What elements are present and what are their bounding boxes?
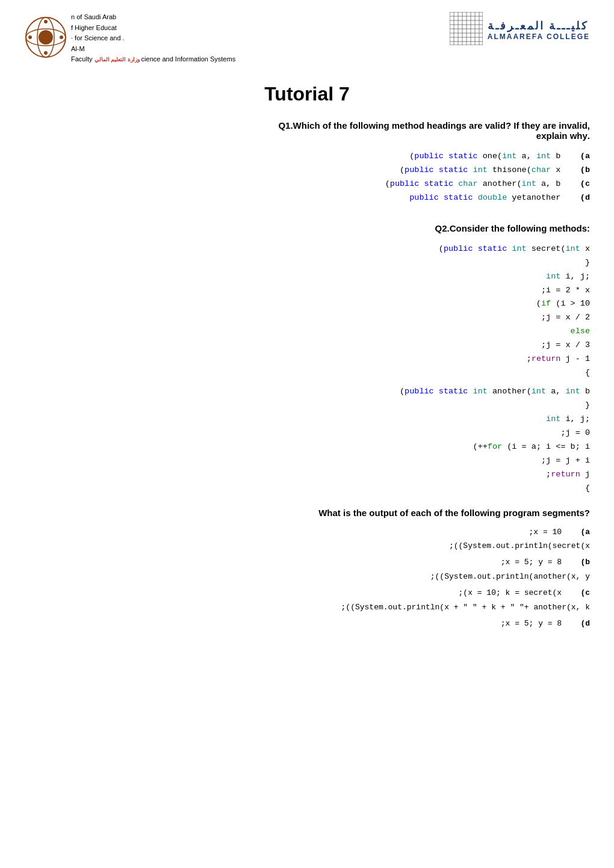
- output-item-c: ;(x = 10; k = secret(x (c ;((System.out.…: [24, 586, 590, 614]
- another-signature: (public static int another(int a, int b: [24, 385, 590, 399]
- output-a-line2: ;((System.out.println(secret(x: [374, 541, 590, 550]
- output-item-b: ;x = 5; y = 8 (b ;((System.out.println(a…: [24, 555, 590, 583]
- faculty-suffix: cience and Information Systems: [141, 55, 236, 63]
- q2-method2: (public static int another(int a, int b …: [24, 385, 590, 496]
- svg-point-1: [39, 30, 53, 45]
- page: n of Saudi Arab f Higher Educat · for Sc…: [0, 0, 614, 868]
- secret-j-assign1: ;j = x / 2: [24, 311, 590, 325]
- secret-signature: (public static int secret(int x: [24, 242, 590, 256]
- header-line1: n of Saudi Arab: [71, 12, 235, 23]
- secret-return: ;return j - 1: [24, 352, 590, 366]
- header-left: n of Saudi Arab f Higher Educat · for Sc…: [24, 12, 450, 65]
- grid-icon: [450, 12, 483, 48]
- almaarefa-arabic: كليـــة المعـرفـة: [488, 19, 590, 32]
- another-j-sum: ;j = j + i: [24, 454, 590, 468]
- header-line3: · for Science and .: [71, 33, 235, 44]
- output-item-d: ;x = 5; y = 8 (d: [24, 617, 590, 630]
- almaarefa-logo: كليـــة المعـرفـة ALMAAREFA COLLEGE: [488, 19, 590, 41]
- header-line2: f Higher Educat: [71, 23, 235, 34]
- q1-code: (public static one(int a, int b (a (publ…: [24, 150, 590, 205]
- ministry-text: وزارة التعليم المالي: [95, 57, 140, 63]
- output-c-line2: ;((System.out.println(x + " " + k + " "+…: [341, 603, 590, 612]
- secret-close: {: [24, 366, 590, 380]
- output-c-line1: ;(x = 10; k = secret(x (c: [308, 588, 590, 597]
- q2-section: :Q2.Consider the following methods (publ…: [24, 223, 590, 496]
- svg-point-5: [44, 51, 48, 55]
- another-open: }: [24, 399, 590, 413]
- secret-if: (if (i > 10: [24, 297, 590, 311]
- header-text-block: n of Saudi Arab f Higher Educat · for Sc…: [71, 12, 235, 65]
- svg-point-7: [60, 35, 63, 39]
- output-section: ?What is the output of each of the follo…: [24, 508, 590, 631]
- q1-item-d: public static double yetanother (d: [24, 191, 590, 205]
- another-j-init: ;j = 0: [24, 426, 590, 440]
- faculty-prefix: Al-M: [71, 44, 85, 55]
- faculty-label: Faculty: [71, 55, 92, 63]
- q1-item-b: (public static int thisone(char x (b: [24, 164, 590, 177]
- output-item-a: ;x = 10 (a ;((System.out.println(secret(…: [24, 525, 590, 553]
- another-close: {: [24, 482, 590, 496]
- almaarefa-logo-section: كليـــة المعـرفـة ALMAAREFA COLLEGE: [450, 12, 590, 48]
- header: n of Saudi Arab f Higher Educat · for Sc…: [24, 12, 590, 65]
- title-section: Tutorial 7: [24, 83, 590, 105]
- another-return: ;return j: [24, 468, 590, 482]
- output-b-line2: ;((System.out.println(another(x, y: [383, 572, 590, 581]
- secret-j-assign2: ;j = x / 3: [24, 339, 590, 352]
- faculty-full: Faculty وزارة التعليم المالي cience and …: [71, 54, 235, 65]
- q1-section: ,Q1.Which of the following method headin…: [24, 120, 590, 205]
- q1-item-c: (public static char another(int a, b (c: [24, 177, 590, 191]
- svg-point-6: [28, 35, 32, 39]
- university-logo: [24, 16, 67, 61]
- output-header: ?What is the output of each of the follo…: [24, 508, 590, 518]
- secret-i-assign: ;i = 2 * x: [24, 284, 590, 298]
- svg-rect-8: [450, 12, 483, 45]
- q2-method1: (public static int secret(int x } int i,…: [24, 242, 590, 380]
- q1-item-a: (public static one(int a, int b (a: [24, 150, 590, 164]
- page-title: Tutorial 7: [24, 83, 590, 105]
- another-for: (++for (i = a; i <= b; i: [24, 440, 590, 454]
- secret-else: else: [24, 325, 590, 339]
- output-b-line1: ;x = 5; y = 8 (b: [341, 558, 590, 567]
- output-code: ;x = 10 (a ;((System.out.println(secret(…: [24, 525, 590, 631]
- output-a-line1: ;x = 10 (a: [360, 528, 590, 537]
- secret-open: }: [24, 256, 590, 270]
- faculty-line: Al-M: [71, 44, 235, 55]
- svg-point-4: [44, 20, 48, 23]
- almaarefa-english: ALMAAREFA COLLEGE: [488, 32, 590, 41]
- q1-header: ,Q1.Which of the following method headin…: [24, 120, 590, 141]
- output-d-line1: ;x = 5; y = 8 (d: [341, 619, 590, 628]
- q2-header: :Q2.Consider the following methods: [24, 223, 590, 233]
- another-int-decl: int i, j;: [24, 413, 590, 426]
- secret-int-decl: int i, j;: [24, 270, 590, 284]
